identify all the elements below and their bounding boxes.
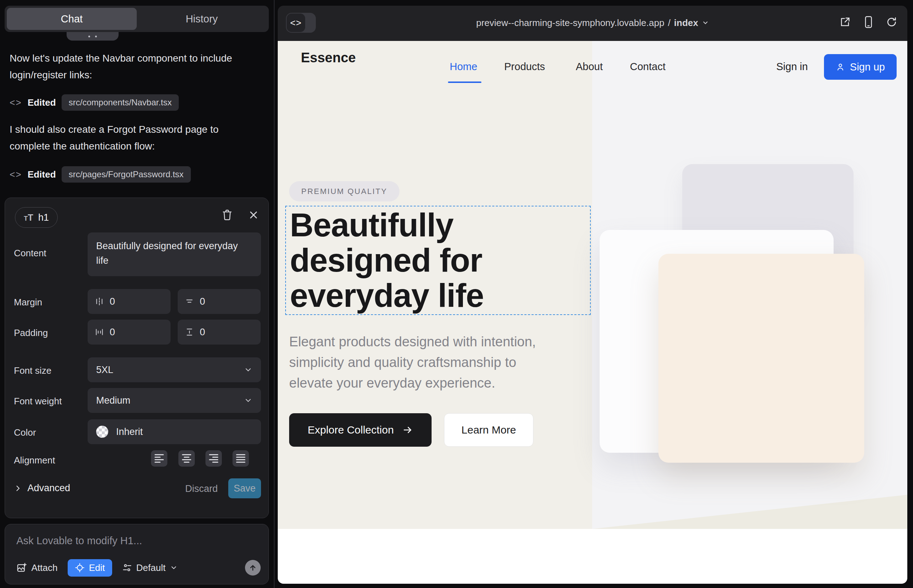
margin-x-input[interactable]: 0 — [87, 289, 170, 314]
tab-chat[interactable]: Chat — [7, 8, 137, 30]
url-bar[interactable]: preview--charming-site-symphony.lovable.… — [278, 6, 907, 40]
align-justify-icon — [236, 454, 245, 463]
dots-icon — [88, 36, 90, 37]
edited-file-row[interactable]: <> Edited src/components/Navbar.tsx — [10, 93, 179, 112]
padding-y-input[interactable]: 0 — [178, 320, 261, 344]
arrow-up-icon — [249, 564, 257, 572]
signup-button[interactable]: Sign up — [824, 54, 897, 80]
site-logo[interactable]: Essence — [301, 50, 356, 66]
attach-button[interactable]: Attach — [16, 562, 58, 573]
align-right-button[interactable] — [206, 450, 222, 467]
send-button[interactable] — [245, 560, 261, 575]
trash-icon — [222, 209, 233, 221]
element-editor-panel: TT h1 Content Beautifully designed for e… — [5, 197, 269, 518]
scrolled-chat-peek[interactable] — [66, 32, 118, 40]
default-mode-button[interactable]: Default — [122, 562, 178, 573]
preview-path: index — [674, 18, 698, 29]
chat-history-tabbar: Chat History — [5, 6, 269, 32]
chat-message: I should also create a Forgot Password p… — [10, 121, 255, 155]
chevron-right-icon — [14, 485, 22, 492]
attach-image-icon — [16, 562, 27, 573]
refresh-icon — [886, 16, 897, 28]
learn-more-button[interactable]: Learn More — [444, 413, 533, 447]
advanced-toggle[interactable]: Advanced — [14, 483, 70, 494]
chevron-down-icon — [170, 564, 178, 572]
path-separator: / — [668, 18, 670, 29]
browser-preview-window: <> preview--charming-site-symphony.lovab… — [278, 6, 907, 584]
margin-vertical-icon — [185, 297, 194, 306]
padding-x-input[interactable]: 0 — [87, 320, 170, 344]
margin-y-input[interactable]: 0 — [178, 289, 261, 314]
dots-icon — [95, 36, 97, 37]
mobile-view-button[interactable] — [863, 16, 874, 29]
chat-message: Now let's update the Navbar component to… — [10, 50, 255, 83]
text-element-icon: TT — [24, 213, 33, 223]
edited-label: Edited — [28, 169, 55, 180]
chevron-down-icon — [244, 365, 253, 374]
tab-history[interactable]: History — [137, 8, 267, 30]
font-size-label: Font size — [14, 365, 52, 376]
mobile-icon — [863, 16, 874, 29]
align-right-icon — [209, 454, 218, 463]
nav-contact[interactable]: Contact — [630, 61, 665, 73]
site-canvas: Essence Home Products About Contact Sign… — [278, 41, 907, 584]
signin-link[interactable]: Sign in — [776, 61, 808, 73]
delete-element-button[interactable] — [220, 208, 234, 222]
align-justify-button[interactable] — [233, 450, 249, 467]
edit-mode-button[interactable]: Edit — [68, 559, 112, 577]
alignment-label: Alignment — [14, 455, 55, 466]
chat-composer: Ask Lovable to modify H1... Attach Edit … — [5, 524, 269, 585]
file-path-badge[interactable]: src/components/Navbar.tsx — [62, 94, 179, 111]
edit-target-icon — [75, 563, 85, 573]
margin-label: Margin — [14, 297, 42, 308]
code-icon: <> — [10, 169, 22, 180]
padding-label: Padding — [14, 328, 48, 339]
element-tag: h1 — [38, 212, 49, 223]
close-editor-button[interactable] — [246, 208, 261, 222]
nav-home[interactable]: Home — [450, 61, 477, 73]
margin-horizontal-icon — [95, 297, 104, 306]
file-path-badge[interactable]: src/pages/ForgotPassword.tsx — [62, 166, 191, 183]
hero-paragraph: Elegant products designed with intention… — [289, 331, 536, 393]
align-left-button[interactable] — [151, 450, 167, 467]
panel-divider[interactable] — [274, 0, 275, 588]
discard-button[interactable]: Discard — [185, 483, 218, 494]
edited-file-row[interactable]: <> Edited src/pages/ForgotPassword.tsx — [10, 165, 191, 184]
content-label: Content — [14, 248, 46, 259]
padding-horizontal-icon — [95, 328, 104, 337]
font-weight-select[interactable]: Medium — [87, 388, 261, 413]
align-center-button[interactable] — [178, 450, 195, 467]
open-external-button[interactable] — [839, 16, 851, 28]
selected-element-chip[interactable]: TT h1 — [15, 207, 58, 228]
nav-about[interactable]: About — [576, 61, 603, 73]
decorative-card-cream — [659, 254, 864, 463]
align-left-icon — [155, 454, 164, 463]
nav-active-underline — [448, 81, 481, 83]
color-swatch-checker — [96, 426, 108, 438]
explore-collection-button[interactable]: Explore Collection — [289, 413, 432, 447]
external-link-icon — [839, 16, 851, 28]
chevron-down-icon — [244, 396, 253, 405]
preview-url: preview--charming-site-symphony.lovable.… — [476, 18, 664, 29]
hero-heading[interactable]: Beautifully designed for everyday life — [290, 207, 484, 313]
composer-toolbar: Attach Edit Default — [16, 559, 260, 577]
refresh-button[interactable] — [886, 16, 897, 28]
user-icon — [836, 62, 845, 71]
color-select[interactable]: Inherit — [87, 419, 261, 444]
align-center-icon — [182, 454, 191, 463]
nav-products[interactable]: Products — [504, 61, 545, 73]
chevron-down-icon — [702, 19, 709, 26]
content-input[interactable]: Beautifully designed for everyday life — [87, 233, 261, 276]
save-button[interactable]: Save — [228, 478, 261, 498]
font-weight-label: Font weight — [14, 396, 62, 407]
composer-input[interactable]: Ask Lovable to modify H1... — [16, 535, 142, 547]
padding-vertical-icon — [185, 328, 194, 337]
hero-cta-row: Explore Collection Learn More — [289, 413, 533, 447]
font-size-select[interactable]: 5XL — [87, 357, 261, 382]
hero-badge: PREMIUM QUALITY — [289, 181, 400, 202]
arrow-right-icon — [402, 425, 413, 435]
preview-actions — [839, 16, 897, 29]
edited-label: Edited — [28, 97, 55, 108]
close-icon — [249, 210, 259, 220]
code-icon: <> — [10, 97, 22, 108]
